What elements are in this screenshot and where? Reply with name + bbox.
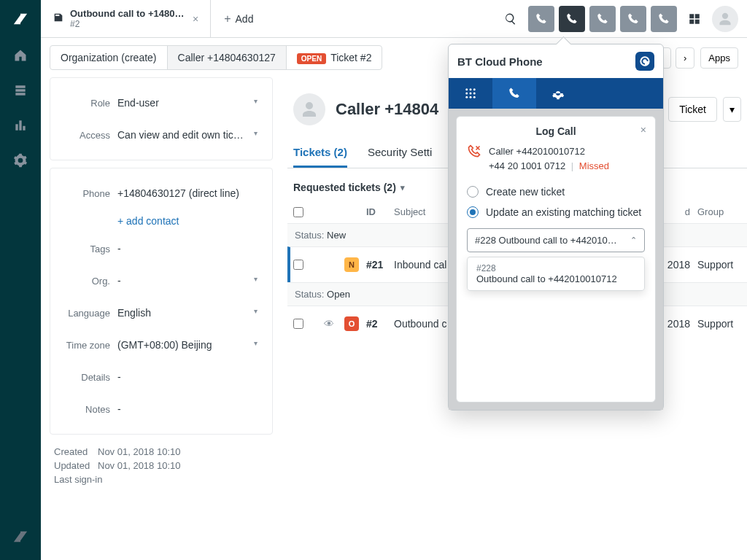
cti-tab-settings[interactable] xyxy=(536,78,580,109)
option-update-ticket[interactable]: Update an existing matching ticket xyxy=(467,202,645,222)
tab-ticket[interactable]: Outbound call to +14804… #2 × xyxy=(41,0,211,37)
svg-point-1 xyxy=(470,88,472,90)
user-avatar[interactable] xyxy=(712,6,738,32)
ticket-select-option[interactable]: #228 Outbound call to +442010010712 xyxy=(467,257,645,291)
language-select[interactable]: English xyxy=(117,303,262,323)
nav-views[interactable] xyxy=(0,73,41,108)
row-checkbox[interactable] xyxy=(293,319,303,329)
option-create-ticket[interactable]: Create new ticket xyxy=(467,182,645,202)
phone-value: +14804630127 (direct line) xyxy=(117,183,262,203)
tags-field[interactable]: - xyxy=(117,238,262,259)
context-caller[interactable]: Caller +14804630127 xyxy=(168,46,287,69)
status-badge: N xyxy=(344,257,359,272)
add-contact-link[interactable]: + add contact xyxy=(117,215,179,227)
status-badge: O xyxy=(344,316,359,331)
svg-point-5 xyxy=(473,93,476,95)
context-org[interactable]: Organization (create) xyxy=(50,46,168,69)
close-icon[interactable]: × xyxy=(640,124,646,136)
user-card-1: RoleEnd-user AccessCan view and edit own… xyxy=(50,77,273,160)
radio-icon xyxy=(467,206,479,218)
plus-icon: + xyxy=(224,12,231,26)
cti-tab-dialpad[interactable] xyxy=(449,78,492,109)
call-status: Missed xyxy=(579,160,609,171)
svg-point-2 xyxy=(473,88,476,90)
tab-subtitle: #2 xyxy=(70,19,187,29)
nav-home[interactable] xyxy=(0,38,41,73)
cti-tab-calls[interactable] xyxy=(492,78,536,109)
nav-reporting[interactable] xyxy=(0,108,41,143)
tab-title: Outbound call to +14804… xyxy=(70,8,187,20)
ticket-select[interactable]: #228 Outbound call to +442010… ⌃ xyxy=(467,228,645,252)
apps-grid-icon[interactable] xyxy=(681,6,708,32)
new-ticket-button[interactable]: Ticket xyxy=(668,97,717,122)
cti-tabs xyxy=(449,78,663,109)
brand-icon xyxy=(635,52,654,71)
tab-add[interactable]: + Add xyxy=(211,0,266,37)
tab-add-label: Add xyxy=(236,13,254,25)
log-call-title: Log Call xyxy=(467,125,645,137)
phone-btn-active[interactable] xyxy=(559,6,585,32)
ticket-menu-button[interactable]: ▾ xyxy=(723,97,741,122)
cti-panel: BT Cloud Phone Log Call × Caller +442010… xyxy=(448,44,664,411)
context-ticket[interactable]: OPENTicket #2 xyxy=(287,46,382,69)
select-all-checkbox[interactable] xyxy=(293,207,303,217)
row-checkbox[interactable] xyxy=(293,260,303,270)
tab-tickets[interactable]: Tickets (2) xyxy=(293,139,347,168)
nav-rail xyxy=(0,0,41,560)
phone-btn-3[interactable] xyxy=(589,6,616,32)
timezone-select[interactable]: (GMT+08:00) Beijing xyxy=(117,335,262,355)
cti-title-bar: BT Cloud Phone xyxy=(449,44,663,78)
cti-title: BT Cloud Phone xyxy=(457,55,543,68)
svg-point-0 xyxy=(465,88,468,90)
svg-point-4 xyxy=(470,93,472,95)
nav-admin[interactable] xyxy=(0,143,41,178)
radio-icon xyxy=(467,186,479,198)
svg-point-6 xyxy=(465,96,468,98)
avatar xyxy=(293,93,325,125)
next-button[interactable]: › xyxy=(676,47,694,69)
call-caller: Caller +442010010712 xyxy=(489,144,609,159)
open-badge: OPEN xyxy=(297,53,326,64)
close-icon[interactable]: × xyxy=(193,13,198,25)
meta-block: CreatedNov 01, 2018 10:10 UpdatedNov 01,… xyxy=(50,442,273,486)
details-field[interactable]: - xyxy=(117,367,262,387)
access-select[interactable]: Can view and edit own tic… xyxy=(117,125,262,145)
context-group: Organization (create) Caller +1480463012… xyxy=(50,45,382,70)
product-logo xyxy=(0,0,41,38)
profile-name: Caller +14804 xyxy=(336,100,438,119)
svg-point-8 xyxy=(473,96,476,98)
phone-btn-4[interactable] xyxy=(620,6,646,32)
eye-icon: 👁 xyxy=(324,318,344,330)
toolbar xyxy=(498,0,747,37)
details-panel: RoleEnd-user AccessCan view and edit own… xyxy=(41,77,282,560)
user-card-2: Phone+14804630127 (direct line) + add co… xyxy=(50,168,273,435)
apps-button[interactable]: Apps xyxy=(700,47,738,69)
notes-field[interactable]: - xyxy=(117,399,262,419)
cti-body: Log Call × Caller +442010010712 +44 20 1… xyxy=(449,109,663,410)
org-select[interactable]: - xyxy=(117,271,262,291)
svg-point-3 xyxy=(465,93,468,95)
log-call-card: Log Call × Caller +442010010712 +44 20 1… xyxy=(456,116,656,402)
call-number: +44 20 1001 0712 xyxy=(489,160,565,171)
tabs-bar: Outbound call to +14804… #2 × + Add xyxy=(41,0,747,38)
ticket-icon xyxy=(53,12,64,26)
chevron-down-icon: ▾ xyxy=(400,183,405,192)
search-button[interactable] xyxy=(498,6,524,32)
role-select[interactable]: End-user xyxy=(117,93,262,113)
tab-security[interactable]: Security Setti xyxy=(368,139,432,168)
chevron-up-icon: ⌃ xyxy=(630,236,637,245)
phone-btn-5[interactable] xyxy=(651,6,677,32)
missed-call-icon xyxy=(467,144,481,161)
phone-btn-1[interactable] xyxy=(528,6,554,32)
nav-zendesk-icon[interactable] xyxy=(0,519,41,554)
svg-point-7 xyxy=(470,96,472,98)
